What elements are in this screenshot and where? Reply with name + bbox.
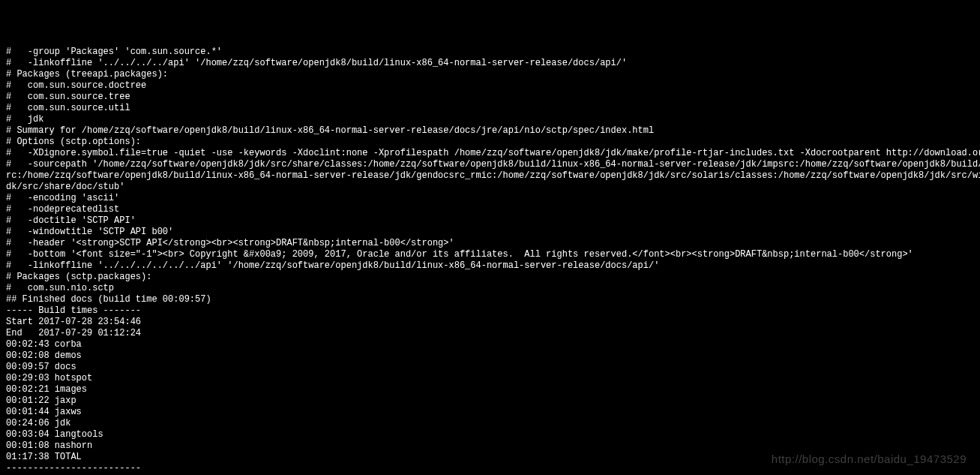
output-line: 00:03:04 langtools [6,429,974,440]
output-line: 00:24:06 jdk [6,418,974,429]
output-line: End 2017-07-29 01:12:24 [6,328,974,339]
output-line: # com.sun.source.tree [6,92,974,103]
output-line: # -nodeprecatedlist [6,204,974,215]
output-line: 00:02:43 corba [6,339,974,350]
output-line: 00:01:22 jaxp [6,395,974,407]
output-line: 00:29:03 hotspot [6,373,974,384]
output-line: # -linkoffline '../../../../../../api' '… [6,260,974,272]
output-line: # com.sun.source.doctree [6,80,974,92]
output-line: 00:02:08 demos [6,350,974,362]
output-line: # Summary for /home/zzq/software/openjdk… [6,125,974,137]
output-line: ## Finished docs (build time 00:09:57) [6,294,974,305]
output-line: # -linkoffline '../../../../api' '/home/… [6,58,974,69]
output-line: ----- Build times ------- [6,305,974,317]
output-line: # -encoding 'ascii' [6,193,974,204]
output-line: rc:/home/zzq/software/openjdk8/build/lin… [6,170,974,182]
output-line: 00:02:21 images [6,384,974,395]
output-line: # -bottom '<font size="-1"><br> Copyrigh… [6,249,974,260]
output-line: # jdk [6,114,974,125]
output-line: # com.sun.source.util [6,103,974,114]
output-line: # -XDignore.symbol.file=true -quiet -use… [6,148,974,159]
output-line: # -group 'Packages' 'com.sun.source.*' [6,47,974,58]
output-line: Start 2017-07-28 23:54:46 [6,317,974,328]
output-line: 00:01:44 jaxws [6,407,974,418]
output-line: # Packages (sctp.packages): [6,272,974,283]
output-line: # -windowtitle 'SCTP API b00' [6,227,974,238]
output-line: # -doctitle 'SCTP API' [6,215,974,227]
output-line: # -sourcepath '/home/zzq/software/openjd… [6,159,974,170]
output-line: 00:09:57 docs [6,362,974,373]
terminal-output[interactable]: # -group 'Packages' 'com.sun.source.*'# … [0,45,980,475]
watermark-text: http://blog.csdn.net/baidu_19473529 [772,453,967,464]
output-line: # -header '<strong>SCTP API</strong><br>… [6,238,974,249]
output-line: 00:01:08 nashorn [6,440,974,452]
output-line: # Options (sctp.options): [6,137,974,148]
output-line: # Packages (treeapi.packages): [6,69,974,80]
output-line: # com.sun.nio.sctp [6,283,974,294]
output-line: dk/src/share/doc/stub' [6,182,974,193]
